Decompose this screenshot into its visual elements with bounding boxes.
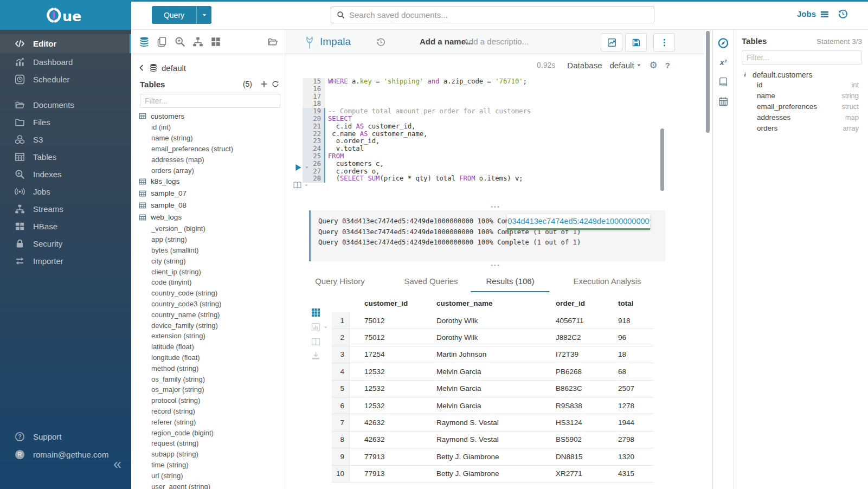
right-column-id[interactable]: idint [742,79,862,90]
tables-filter-input[interactable] [140,94,280,108]
table-row[interactable]: 1077913Betty J. GiambroneXR27714315 [332,466,653,482]
nav-item-tables[interactable]: Tables [0,148,131,165]
chart-settings-button[interactable] [601,33,622,52]
jobs-link[interactable]: Jobs [797,9,816,18]
new-query-button[interactable]: Query [152,6,211,24]
column-item[interactable]: addresses (map) [131,154,286,165]
table-row[interactable]: 412532Melvin GarciaPB626868 [332,363,653,380]
hue-logo[interactable]: ue [0,0,131,30]
nav-item-scheduler[interactable]: Scheduler [0,70,131,88]
snippet-history-icon[interactable] [376,37,385,47]
engine-name[interactable]: Impala [320,36,351,48]
nav-item-jobs[interactable]: Jobs [0,183,131,200]
column-item[interactable]: method (string) [131,363,286,374]
table-row[interactable]: 275012Dorothy WilkJ882C296 [332,329,653,346]
table-row[interactable]: 742632Raymond S. VestalHS31241944 [332,414,653,431]
query-dropdown[interactable] [196,6,211,24]
column-item[interactable]: referer (string) [131,416,286,427]
log-resize-handle[interactable]: ••• [286,204,705,209]
table-item-web_logs[interactable]: web_logs [131,211,286,223]
footer-item-romain[interactable]: Rromain@gethue.com [0,446,131,464]
column-item[interactable]: _version_ (bigint) [131,223,286,234]
column-item[interactable]: code (tinyint) [131,277,286,288]
column-item[interactable]: time (string) [131,460,286,471]
back-chevron-icon[interactable] [138,64,145,72]
search-input[interactable] [349,10,648,20]
nav-item-security[interactable]: Security [0,235,131,252]
table-row[interactable]: 612532Melvin GarciaR9S8381278 [332,397,653,414]
assist-sitemap-icon[interactable] [192,36,203,47]
column-item[interactable]: url (string) [131,470,286,481]
jobs-tray-icon[interactable] [820,10,830,19]
table-row[interactable]: 512532Melvin GarciaB8623C2507 [332,381,653,397]
language-reference-button[interactable] [293,181,309,190]
query-history-icon[interactable] [838,9,848,19]
tab-results-106-[interactable]: Results (106) [471,276,549,292]
column-item[interactable]: city (string) [131,255,286,266]
caret-down-icon[interactable] [323,325,329,330]
assist-apps-icon[interactable] [210,36,221,47]
nav-item-importer[interactable]: Importer [0,252,131,269]
save-query-button[interactable] [625,33,647,52]
right-column-name[interactable]: namestring [742,90,862,101]
assistant-compass-icon[interactable] [718,37,729,49]
right-column-orders[interactable]: ordersarray [742,123,862,134]
table-item-sample_07[interactable]: sample_07 [131,188,286,200]
column-item[interactable]: client_ip (string) [131,266,286,277]
column-item[interactable]: app (string) [131,234,286,245]
table-item-sample_08[interactable]: sample_08 [131,200,286,211]
language-reference-icon[interactable] [718,77,728,87]
nav-item-editor[interactable]: Editor [0,34,131,53]
table-row[interactable]: 977913Betty J. GiambroneDN88151320 [332,448,653,465]
column-item[interactable]: record (string) [131,406,286,417]
table-item-k8s_logs[interactable]: k8s_logs [131,176,286,188]
nav-item-dashboard[interactable]: Dashboard [0,53,131,70]
right-column-addresses[interactable]: addressesmap [742,112,862,123]
collapse-sidebar-icon[interactable]: « [113,457,121,472]
add-table-icon[interactable] [260,80,268,88]
column-item[interactable]: os_major (string) [131,384,286,395]
editor-scrollbar[interactable] [660,128,664,191]
nav-item-documents[interactable]: Documents [0,96,131,113]
nav-item-streams[interactable]: Streams [0,200,131,217]
column-item[interactable]: os_family (string) [131,374,286,384]
column-item[interactable]: longitude (float) [131,352,286,363]
download-results-icon[interactable] [311,351,320,361]
query-id-popover[interactable]: 034d413ec7474ed5:4249de1000000000 [507,214,650,230]
functions-icon[interactable]: x² [720,58,726,67]
column-item[interactable]: bytes (smallint) [131,245,286,256]
assist-documents-icon[interactable] [157,36,168,47]
results-resize-handle[interactable]: ••• [286,263,705,267]
columns-view-icon[interactable] [311,337,320,346]
column-item[interactable]: orders (array) [131,165,286,176]
tab-execution-analysis[interactable]: Execution Analysis [558,276,656,291]
nav-item-indexes[interactable]: Indexes [0,165,131,183]
column-item[interactable]: country_name (string) [131,309,286,320]
query-description-field[interactable]: Add a descriptio... [464,37,529,46]
assist-search-icon[interactable] [175,36,185,47]
nav-item-s3[interactable]: S3 [0,131,131,148]
nav-item-hbase[interactable]: HBase [0,217,131,235]
column-item[interactable]: id (int) [131,122,286,133]
table-item-customers[interactable]: customers [131,110,286,122]
database-name[interactable]: default [162,63,186,73]
refresh-tables-icon[interactable] [272,80,279,88]
sql-code-editor[interactable]: 15WHERE a.key = 'shipping' and a.zip_cod… [286,76,705,204]
table-row[interactable]: 317254Martin JohnsonI72T3918 [332,346,653,363]
execute-query-button[interactable] [294,163,310,172]
grid-view-icon[interactable] [311,308,320,317]
more-actions-button[interactable] [653,33,675,52]
right-filter-input[interactable] [742,50,862,65]
right-column-email_preferences[interactable]: email_preferencesstruct [742,101,862,112]
database-selector[interactable]: default [610,61,642,70]
table-row[interactable]: 175012Dorothy Wilk4056711918 [332,312,653,329]
column-item[interactable]: region_code (bigint) [131,427,286,438]
column-item[interactable]: email_preferences (struct) [131,144,286,155]
footer-item-support[interactable]: ?Support [0,428,131,446]
column-item[interactable]: request (string) [131,438,286,449]
schedule-icon[interactable] [718,96,728,106]
assist-folder-icon[interactable] [267,36,278,47]
column-item[interactable]: device_family (string) [131,320,286,331]
table-row[interactable]: 842632Raymond S. VestalBS59022798 [332,432,653,448]
column-item[interactable]: extension (string) [131,331,286,342]
